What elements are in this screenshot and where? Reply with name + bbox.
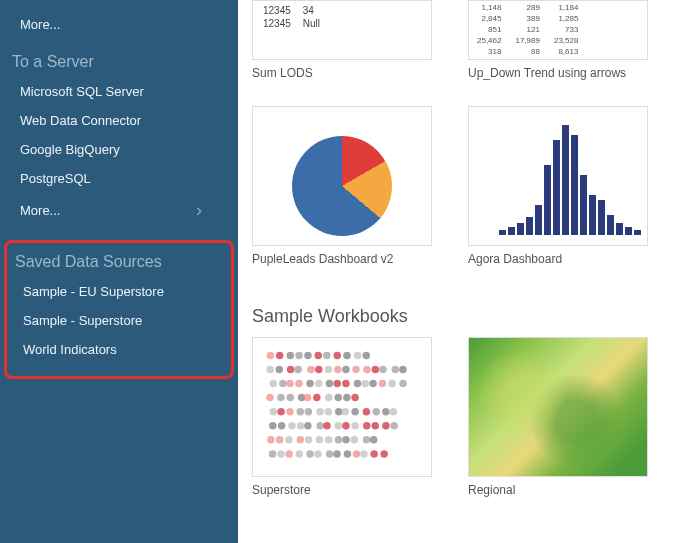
svg-point-89 <box>363 436 371 444</box>
svg-point-88 <box>351 436 359 444</box>
svg-point-37 <box>369 380 377 388</box>
svg-point-60 <box>351 408 359 416</box>
svg-point-82 <box>297 436 305 444</box>
svg-point-86 <box>335 436 343 444</box>
saved-sources-highlight: Saved Data Sources Sample - EU Superstor… <box>4 240 234 379</box>
server-wdc[interactable]: Web Data Connector <box>0 106 238 135</box>
svg-point-95 <box>306 450 314 458</box>
svg-point-90 <box>370 436 378 444</box>
card-puple[interactable]: PupleLeads Dashboard v2 <box>252 106 432 266</box>
svg-point-39 <box>388 380 396 388</box>
svg-point-99 <box>344 450 352 458</box>
svg-point-52 <box>277 408 285 416</box>
svg-point-28 <box>286 380 294 388</box>
caption-puple: PupleLeads Dashboard v2 <box>252 246 432 266</box>
svg-point-72 <box>335 422 343 430</box>
svg-point-30 <box>306 380 314 388</box>
svg-point-80 <box>276 436 284 444</box>
card-agora[interactable]: Agora Dashboard <box>468 106 648 266</box>
svg-point-13 <box>287 366 295 374</box>
svg-point-100 <box>353 450 361 458</box>
svg-point-83 <box>305 436 313 444</box>
svg-point-97 <box>326 450 334 458</box>
svg-point-11 <box>267 366 275 374</box>
svg-point-55 <box>305 408 313 416</box>
more-top[interactable]: More... <box>0 10 238 39</box>
svg-point-57 <box>325 408 333 416</box>
thumb-superstore <box>252 337 432 477</box>
svg-point-81 <box>285 436 293 444</box>
server-mssql[interactable]: Microsoft SQL Server <box>0 77 238 106</box>
svg-point-43 <box>287 394 295 402</box>
saved-superstore[interactable]: Sample - Superstore <box>7 306 231 335</box>
svg-point-14 <box>294 366 302 374</box>
caption-agora: Agora Dashboard <box>468 246 648 266</box>
svg-point-68 <box>297 422 305 430</box>
svg-point-59 <box>342 408 350 416</box>
main-area: 123453412345Null Sum LODS 1,1482891,1842… <box>238 0 683 543</box>
svg-point-21 <box>363 366 371 374</box>
server-bigquery[interactable]: Google BigQuery <box>0 135 238 164</box>
thumb-puple <box>252 106 432 246</box>
svg-point-98 <box>333 450 341 458</box>
svg-point-75 <box>363 422 371 430</box>
thumb-updown: 1,1482891,1842,8453891,28585112173325,46… <box>468 0 648 60</box>
caption-superstore: Superstore <box>252 477 432 497</box>
server-more[interactable]: More... › <box>0 193 238 228</box>
thumb-sum-lods: 123453412345Null <box>252 0 432 60</box>
card-updown[interactable]: 1,1482891,1842,8453891,28585112173325,46… <box>468 0 648 80</box>
svg-point-101 <box>360 450 368 458</box>
svg-point-69 <box>304 422 312 430</box>
svg-point-70 <box>316 422 324 430</box>
svg-point-64 <box>390 408 398 416</box>
svg-point-8 <box>343 352 351 360</box>
saved-eu-superstore[interactable]: Sample - EU Superstore <box>7 277 231 306</box>
card-regional[interactable]: Regional <box>468 337 648 497</box>
svg-point-56 <box>316 408 324 416</box>
svg-point-91 <box>269 450 277 458</box>
svg-point-46 <box>313 394 321 402</box>
svg-point-3 <box>295 352 303 360</box>
svg-point-31 <box>315 380 323 388</box>
server-postgres[interactable]: PostgreSQL <box>0 164 238 193</box>
svg-point-12 <box>276 366 284 374</box>
section-server: To a Server <box>0 39 238 77</box>
svg-point-4 <box>304 352 312 360</box>
svg-point-87 <box>342 436 350 444</box>
svg-point-15 <box>307 366 315 374</box>
svg-point-38 <box>379 380 387 388</box>
svg-point-76 <box>371 422 379 430</box>
svg-point-96 <box>314 450 322 458</box>
dot-plot-icon <box>257 342 427 472</box>
svg-point-65 <box>269 422 277 430</box>
svg-point-73 <box>342 422 350 430</box>
saved-world-indicators[interactable]: World Indicators <box>7 335 231 364</box>
svg-point-102 <box>370 450 378 458</box>
svg-point-67 <box>288 422 296 430</box>
svg-point-1 <box>276 352 284 360</box>
card-sum-lods[interactable]: 123453412345Null Sum LODS <box>252 0 432 80</box>
svg-point-10 <box>363 352 371 360</box>
svg-point-45 <box>304 394 312 402</box>
svg-point-49 <box>343 394 351 402</box>
svg-point-62 <box>373 408 381 416</box>
svg-point-79 <box>267 436 275 444</box>
thumb-agora <box>468 106 648 246</box>
svg-point-23 <box>379 366 387 374</box>
svg-point-19 <box>342 366 350 374</box>
svg-point-53 <box>286 408 294 416</box>
svg-point-92 <box>277 450 285 458</box>
svg-point-24 <box>392 366 400 374</box>
svg-point-26 <box>270 380 278 388</box>
svg-point-17 <box>325 366 333 374</box>
section-saved: Saved Data Sources <box>7 243 231 277</box>
svg-point-47 <box>325 394 333 402</box>
svg-point-18 <box>334 366 342 374</box>
svg-point-84 <box>316 436 324 444</box>
bar-chart-icon <box>499 125 641 235</box>
svg-point-6 <box>323 352 331 360</box>
svg-point-77 <box>382 422 390 430</box>
svg-point-74 <box>351 422 359 430</box>
card-superstore[interactable]: Superstore <box>252 337 432 497</box>
svg-point-63 <box>382 408 390 416</box>
